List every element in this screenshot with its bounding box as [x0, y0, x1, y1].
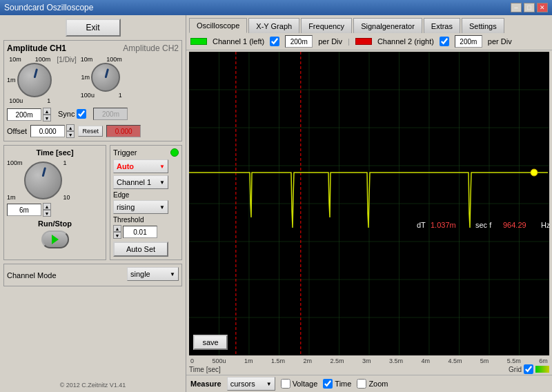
cursors-dropdown[interactable]: cursors ▼: [227, 377, 275, 391]
threshold-down[interactable]: ▼: [113, 232, 121, 239]
time-knob[interactable]: [24, 161, 62, 199]
ch1-visible-checkbox[interactable]: [270, 37, 279, 46]
ch1-spinner-up[interactable]: ▲: [43, 108, 51, 115]
run-stop-button[interactable]: [41, 231, 69, 248]
ch1-amplitude-knob[interactable]: [17, 63, 52, 97]
tab-extras[interactable]: Extras: [424, 18, 460, 33]
ch2-indicator: [355, 38, 372, 45]
trigger-edge-label: rising: [117, 203, 135, 211]
voltage-check-row: Voltage: [281, 379, 318, 389]
tab-oscilloscope[interactable]: Oscilloscope: [189, 18, 247, 33]
time-label-5m: 5m: [480, 357, 489, 364]
ch1-offset-arrows[interactable]: ▲ ▼: [66, 124, 75, 138]
ch1-scale-bottom-right: 1: [47, 97, 50, 104]
amplitude-section: Amplitude CH1 Amplitude CH2 10m 100m 1m: [3, 40, 182, 141]
ch1-value-box: 200m: [7, 108, 41, 121]
threshold-up[interactable]: ▲: [113, 225, 121, 232]
time-axis-footer: Time [sec] Grid: [189, 364, 549, 374]
trigger-header: Trigger: [113, 148, 179, 157]
time-check-row: Time: [323, 379, 351, 389]
time-spinner-arrows[interactable]: ▲ ▼: [43, 203, 51, 217]
right-panel: Oscilloscope X-Y Graph Frequency Signalg…: [186, 15, 552, 392]
trigger-channel-dropdown[interactable]: Channel 1 ▼: [113, 175, 168, 189]
time-checkbox[interactable]: [323, 379, 333, 389]
div-label: [1/Div]: [57, 56, 77, 63]
time-label-4m: 4m: [421, 357, 430, 364]
time-spinner-down[interactable]: ▼: [43, 210, 51, 217]
svg-text:sec  f: sec f: [475, 221, 492, 229]
trigger-mode-dropdown[interactable]: Auto ▼: [113, 159, 168, 173]
auto-set-button[interactable]: Auto Set: [113, 242, 168, 257]
sync-checkbox[interactable]: [77, 109, 86, 119]
time-scale-right-top: 1: [63, 159, 70, 166]
tab-signalgenerator[interactable]: Signalgenerator: [353, 18, 422, 33]
tab-xy-graph[interactable]: X-Y Graph: [248, 18, 299, 33]
time-spinner-up[interactable]: ▲: [43, 203, 51, 210]
channel-controls: Channel 1 (left) 200m per Div | Channel …: [186, 33, 552, 50]
grid-label: Grid: [509, 366, 522, 373]
bottom-controls: Measure cursors ▼ Voltage Time Zoom: [186, 375, 552, 392]
ch2-scale-bottom-left: 1m: [81, 74, 90, 81]
trigger-edge-dropdown[interactable]: rising ▼: [113, 200, 168, 214]
time-value-row: 6m ▲ ▼: [7, 203, 103, 217]
threshold-label: Threshold: [113, 216, 179, 224]
scope-display: dT 1.037m sec f 964.29 Hz save: [189, 52, 549, 355]
time-label-4-5m: 4.5m: [448, 357, 462, 364]
knob-row: 10m 100m 1m 100u 1 [1/Div]: [7, 56, 179, 104]
maximize-button[interactable]: □: [524, 3, 535, 12]
grid-color-indicator: [535, 366, 549, 373]
ch1-indicator: [190, 38, 207, 45]
ch2-offset-box: 0.000: [106, 125, 141, 137]
scope-grid-svg: dT 1.037m sec f 964.29 Hz: [189, 52, 549, 355]
left-panel: Exit Amplitude CH1 Amplitude CH2 10m 100…: [0, 15, 186, 392]
ch1-scale-top-right: 100m: [35, 56, 51, 63]
svg-text:dT: dT: [417, 221, 426, 229]
trigger-mode-label: Auto: [117, 162, 134, 170]
zoom-checkbox[interactable]: [357, 379, 366, 389]
time-scale-top: 100m: [7, 159, 23, 166]
reset-button[interactable]: Reset: [78, 126, 103, 137]
ch2-channel-label: Channel 2 (right): [377, 37, 434, 46]
time-label-1-5m: 1.5m: [271, 357, 285, 364]
copyright: © 2012 C.Zeitnitz V1.41: [3, 382, 182, 389]
time-label-1m: 1m: [244, 357, 253, 364]
time-scale-right-bot: 10: [63, 194, 70, 201]
close-button[interactable]: ✕: [537, 3, 548, 12]
tab-frequency[interactable]: Frequency: [301, 18, 352, 33]
play-icon: [52, 235, 59, 244]
time-value-spinner: 6m ▲ ▼: [7, 203, 103, 217]
time-knob-area: 100m 1m 1 10: [7, 159, 103, 201]
time-label-500u: 500u: [212, 357, 226, 364]
cursors-label: cursors: [230, 380, 255, 388]
ch1-per-div-label: per Div: [318, 37, 342, 46]
voltage-label: Voltage: [293, 380, 318, 388]
ch1-spinner-arrows[interactable]: ▲ ▼: [43, 108, 51, 121]
time-check-label: Time: [335, 380, 351, 388]
time-axis-title: Time [sec]: [189, 366, 221, 373]
ch1-offset-down[interactable]: ▼: [66, 131, 75, 138]
time-scale-right: 1 10: [63, 159, 70, 201]
time-label-5-5m: 5.5m: [507, 357, 521, 364]
amplitude-header: Amplitude CH1 Amplitude CH2: [7, 43, 179, 53]
grid-checkbox[interactable]: [524, 364, 533, 374]
ch1-offset-up[interactable]: ▲: [66, 124, 75, 131]
time-axis-labels: 0 500u 1m 1.5m 2m 2.5m 3m 3.5m 4m 4.5m 5…: [189, 357, 549, 364]
grid-area: Grid: [509, 364, 549, 374]
zoom-label: Zoom: [368, 380, 388, 388]
time-label-2-5m: 2.5m: [330, 357, 344, 364]
threshold-row: ▲ ▼ 0.01: [113, 225, 179, 239]
tab-settings[interactable]: Settings: [462, 18, 504, 33]
voltage-checkbox[interactable]: [281, 379, 290, 389]
ch2-amplitude-knob[interactable]: [91, 63, 120, 92]
ch1-spinner-down[interactable]: ▼: [43, 115, 51, 121]
ch2-scale-bottom-right: 1: [119, 92, 122, 99]
threshold-arrows[interactable]: ▲ ▼: [113, 225, 121, 239]
channel-mode-value: single: [130, 270, 150, 278]
sync-row: 200m ▲ ▼ Sync 200m: [7, 106, 179, 121]
save-button[interactable]: save: [193, 335, 228, 350]
channel-mode-dropdown[interactable]: single ▼: [127, 267, 179, 281]
main-container: Exit Amplitude CH1 Amplitude CH2 10m 100…: [0, 15, 552, 392]
minimize-button[interactable]: –: [511, 3, 522, 12]
exit-button[interactable]: Exit: [66, 19, 121, 37]
ch2-visible-checkbox[interactable]: [440, 37, 449, 46]
